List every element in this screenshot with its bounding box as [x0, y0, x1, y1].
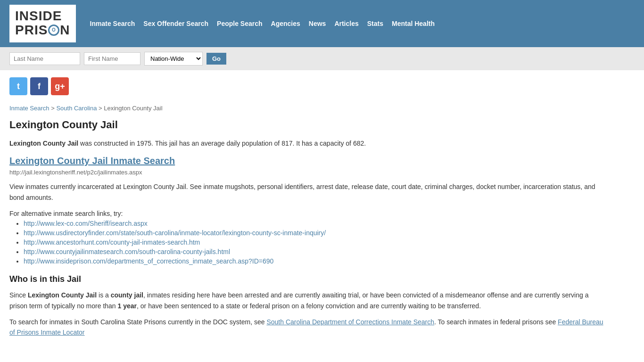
logo-o-circle: O	[48, 25, 59, 36]
nav-articles[interactable]: Articles	[334, 20, 358, 27]
twitter-icon: t	[17, 82, 20, 91]
breadcrumb-inmate-search[interactable]: Inmate Search	[9, 105, 50, 112]
breadcrumb-separator-2: >	[99, 105, 104, 112]
main-content: t f g+ Inmate Search > South Carolina > …	[0, 70, 613, 345]
social-icons: t f g+	[9, 77, 603, 95]
who-heading: Who is in this Jail	[9, 274, 603, 284]
facebook-icon: f	[38, 82, 41, 91]
nav-mental-health[interactable]: Mental Health	[392, 20, 435, 27]
bottom-paragraph: To search for inmates in South Carolina …	[9, 317, 603, 338]
breadcrumb-separator-1: >	[51, 105, 56, 112]
breadcrumb-current: Lexington County Jail	[104, 105, 162, 112]
list-item: http://www.ancestorhunt.com/county-jail-…	[24, 239, 603, 246]
who-paragraph: Since Lexington County Jail is a county …	[9, 290, 603, 311]
state-select[interactable]: Nation-Wide Alabama Alaska Arizona Arkan…	[144, 52, 203, 66]
gplus-button[interactable]: g+	[51, 77, 69, 95]
bottom-text-2: . To search inmates in federal prisons s…	[434, 318, 558, 326]
alt-link-1[interactable]: http://www.lex-co.com/Sheriff/isearch.as…	[24, 220, 148, 227]
who-bold-2: county jail	[111, 291, 143, 299]
page-title: Lexington County Jail	[9, 119, 603, 131]
nav-people-search[interactable]: People Search	[217, 20, 263, 27]
alt-link-2[interactable]: http://www.usdirectoryfinder.com/state/s…	[24, 229, 326, 237]
header: INSIDE PRISON Inmate Search Sex Offender…	[0, 0, 644, 47]
last-name-input[interactable]	[9, 52, 80, 65]
alt-links-list: http://www.lex-co.com/Sheriff/isearch.as…	[9, 220, 603, 265]
main-nav: Inmate Search Sex Offender Search People…	[90, 20, 435, 27]
twitter-button[interactable]: t	[9, 77, 27, 95]
nav-sex-offender-search[interactable]: Sex Offender Search	[143, 20, 208, 27]
intro-text: was constructed in 1975. This jail has a…	[78, 140, 366, 147]
facebook-button[interactable]: f	[30, 77, 48, 95]
bottom-text-1: To search for inmates in South Carolina …	[9, 318, 266, 326]
who-text-1: Since	[9, 291, 28, 299]
nav-stats[interactable]: Stats	[367, 20, 383, 27]
gplus-icon: g+	[55, 82, 65, 91]
list-item: http://www.insideprison.com/departments_…	[24, 257, 603, 265]
who-bold-1: Lexington County Jail	[28, 291, 97, 299]
go-button[interactable]: Go	[206, 53, 226, 65]
intro-paragraph: Lexington County Jail was constructed in…	[9, 138, 603, 148]
list-item: http://www.countyjailinmatesearch.com/so…	[24, 248, 603, 255]
logo-prison-text: PRISON	[15, 23, 70, 38]
list-item: http://www.usdirectoryfinder.com/state/s…	[24, 229, 603, 237]
breadcrumb-south-carolina[interactable]: South Carolina	[56, 105, 97, 112]
who-text-4: , or have been sentenced to a state or f…	[137, 302, 481, 310]
list-item: http://www.lex-co.com/Sheriff/isearch.as…	[24, 220, 603, 227]
alt-link-5[interactable]: http://www.insideprison.com/departments_…	[24, 257, 273, 265]
alt-link-3[interactable]: http://www.ancestorhunt.com/county-jail-…	[24, 239, 200, 246]
breadcrumb: Inmate Search > South Carolina > Lexingt…	[9, 105, 603, 112]
inmate-search-link[interactable]: Lexington County Jail Inmate Search	[9, 156, 603, 166]
doc-link[interactable]: South Carolina Department of Corrections…	[266, 318, 434, 326]
nav-news[interactable]: News	[309, 20, 326, 27]
nav-agencies[interactable]: Agencies	[271, 20, 300, 27]
intro-bold: Lexington County Jail	[9, 140, 78, 147]
nav-inmate-search[interactable]: Inmate Search	[90, 20, 135, 27]
who-bold-3: 1 year	[118, 302, 137, 310]
alt-links-intro: For alternative inmate search links, try…	[9, 210, 603, 217]
inmate-search-url: http://jail.lexingtonsheriff.net/p2c/jai…	[9, 169, 603, 176]
inmate-search-desc: View inmates currently incarcerated at L…	[9, 181, 603, 203]
who-text-2: is a	[97, 291, 111, 299]
alt-link-4[interactable]: http://www.countyjailinmatesearch.com/so…	[24, 248, 230, 255]
logo[interactable]: INSIDE PRISON	[9, 5, 76, 42]
logo-inside-text: INSIDE	[15, 9, 70, 23]
first-name-input[interactable]	[84, 52, 140, 65]
search-bar: Nation-Wide Alabama Alaska Arizona Arkan…	[0, 47, 644, 70]
